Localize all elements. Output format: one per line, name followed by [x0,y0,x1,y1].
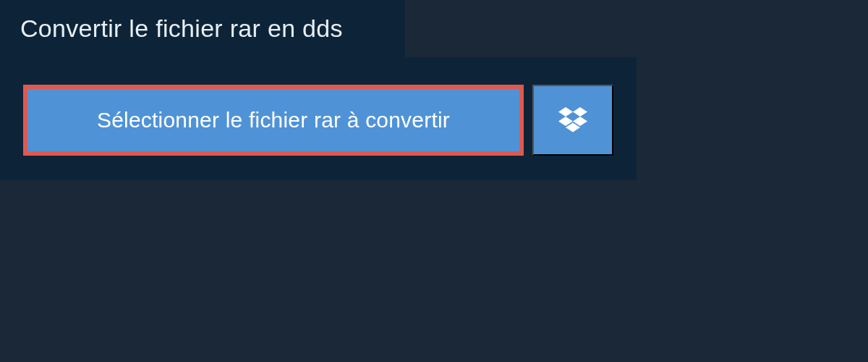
dropbox-button[interactable] [532,85,613,156]
content-panel: Sélectionner le fichier rar à convertir [0,57,637,180]
select-file-label: Sélectionner le fichier rar à convertir [97,108,450,132]
dropbox-icon [558,107,587,133]
header-bar: Convertir le fichier rar en dds [0,0,405,57]
page-title: Convertir le fichier rar en dds [20,14,385,43]
button-row: Sélectionner le fichier rar à convertir [23,85,613,156]
select-file-button[interactable]: Sélectionner le fichier rar à convertir [23,85,524,156]
